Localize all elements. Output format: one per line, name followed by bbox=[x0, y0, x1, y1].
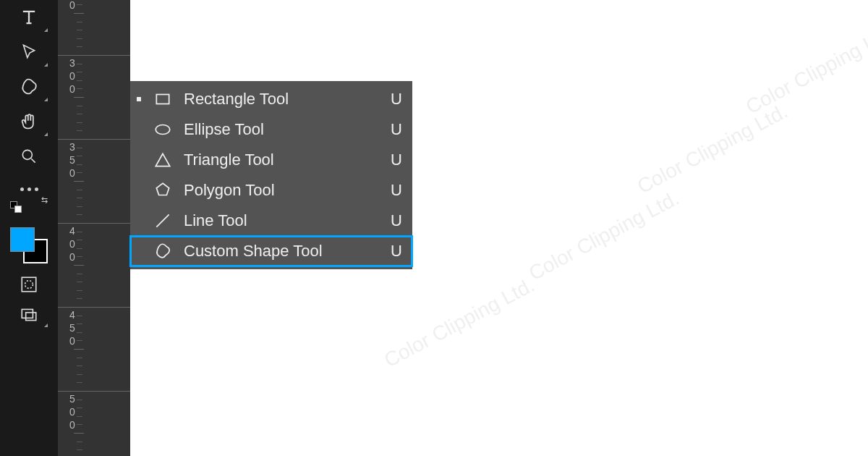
active-indicator bbox=[136, 218, 142, 224]
watermark: Color Clipping Ltd. bbox=[634, 100, 791, 198]
custom-shape-tool[interactable] bbox=[7, 69, 51, 104]
vertical-ruler: 250300350400450500 bbox=[58, 0, 130, 456]
svg-rect-4 bbox=[26, 313, 36, 321]
svg-point-6 bbox=[156, 125, 170, 135]
flyout-item-shortcut: U bbox=[388, 181, 402, 200]
ruler-label: 250 bbox=[67, 0, 78, 12]
flyout-item-rectangle[interactable]: Rectangle ToolU bbox=[130, 84, 412, 114]
ruler-major-tick: 300 bbox=[58, 55, 130, 56]
flyout-item-shortcut: U bbox=[388, 120, 402, 139]
active-indicator bbox=[136, 127, 142, 132]
flyout-item-label: Rectangle Tool bbox=[184, 90, 378, 109]
watermark: Color Clipping Ltd. bbox=[742, 20, 868, 119]
watermark: Color Clipping Ltd. bbox=[380, 274, 538, 372]
line-icon bbox=[152, 210, 174, 232]
active-indicator bbox=[136, 187, 142, 193]
flyout-item-triangle[interactable]: Triangle ToolU bbox=[130, 145, 412, 175]
zoom-tool[interactable] bbox=[7, 139, 51, 174]
quick-mask-button[interactable] bbox=[7, 269, 51, 300]
flyout-item-label: Line Tool bbox=[184, 211, 378, 230]
flyout-item-label: Polygon Tool bbox=[184, 181, 378, 200]
active-indicator bbox=[136, 157, 142, 163]
blob-shape-icon bbox=[19, 77, 39, 97]
svg-rect-1 bbox=[22, 277, 36, 292]
flyout-item-label: Triangle Tool bbox=[184, 151, 378, 169]
ruler-major-tick: 350 bbox=[58, 139, 130, 140]
ruler-major-tick: 400 bbox=[58, 223, 130, 224]
flyout-item-custom-shape[interactable]: Custom Shape ToolU bbox=[130, 236, 412, 266]
color-swatches bbox=[10, 221, 48, 259]
polygon-icon bbox=[152, 180, 174, 201]
flyout-item-label: Ellipse Tool bbox=[184, 120, 378, 139]
foreground-color-swatch[interactable] bbox=[10, 227, 35, 252]
active-indicator bbox=[136, 248, 142, 254]
path-selection-tool[interactable] bbox=[7, 35, 51, 69]
shape-tool-flyout: Rectangle ToolUEllipse ToolUTriangle Too… bbox=[130, 81, 412, 269]
svg-rect-3 bbox=[22, 309, 33, 318]
svg-rect-5 bbox=[156, 95, 169, 104]
flyout-item-shortcut: U bbox=[388, 211, 402, 230]
flyout-item-ellipse[interactable]: Ellipse ToolU bbox=[130, 114, 412, 145]
cursor-icon bbox=[20, 43, 38, 62]
flyout-item-polygon[interactable]: Polygon ToolU bbox=[130, 175, 412, 206]
flyout-item-shortcut: U bbox=[388, 242, 402, 261]
active-indicator bbox=[136, 96, 142, 102]
flyout-item-shortcut: U bbox=[388, 151, 402, 169]
hand-tool[interactable] bbox=[7, 104, 51, 139]
watermark: Color Clipping Ltd. bbox=[525, 187, 683, 285]
swap-colors-icon[interactable]: ⇆ bbox=[41, 195, 48, 205]
flyout-item-shortcut: U bbox=[388, 90, 402, 109]
screen-mode-icon bbox=[20, 305, 38, 324]
type-icon bbox=[19, 7, 39, 28]
rectangle-icon bbox=[152, 88, 174, 110]
ruler-major-tick: 500 bbox=[58, 391, 130, 392]
flyout-item-label: Custom Shape Tool bbox=[184, 242, 378, 261]
ellipse-icon bbox=[152, 119, 174, 140]
hand-icon bbox=[19, 111, 39, 132]
quick-mask-icon bbox=[20, 275, 38, 294]
triangle-icon bbox=[152, 149, 174, 171]
type-tool[interactable] bbox=[7, 0, 51, 35]
flyout-item-line[interactable]: Line ToolU bbox=[130, 206, 412, 236]
ruler-major-tick: 450 bbox=[58, 307, 130, 308]
screen-mode-button[interactable] bbox=[7, 300, 51, 330]
svg-point-2 bbox=[25, 281, 33, 289]
tools-panel: ⇆ bbox=[0, 0, 58, 456]
magnifier-icon bbox=[20, 147, 38, 166]
svg-point-0 bbox=[22, 150, 32, 159]
custom-shape-icon bbox=[152, 240, 174, 262]
